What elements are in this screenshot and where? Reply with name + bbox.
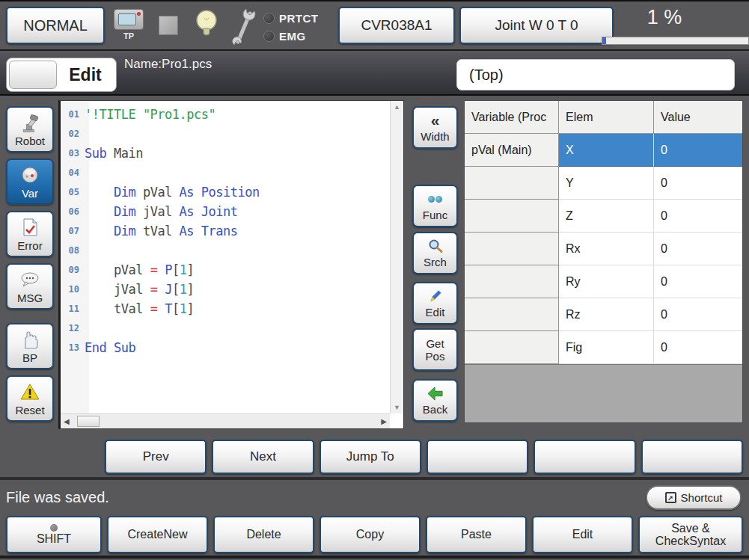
column-header-variable[interactable]: Variable (Proc [465,101,559,134]
column-header-value[interactable]: Value [654,101,742,134]
nav-button-empty-3[interactable] [427,440,528,474]
nav-button-jump-to[interactable]: Jump To [320,440,421,474]
sidebar-item-msg[interactable]: MSG [6,263,54,310]
nav-button-prev[interactable]: Prev [105,440,207,474]
code-line[interactable]: 05 Dim pVal As Position [61,182,390,202]
table-row[interactable]: Rx0 [465,233,742,265]
variable-name-cell[interactable] [465,298,559,331]
elem-cell[interactable]: Y [559,167,654,200]
value-cell[interactable]: 0 [654,200,742,233]
line-number: 11 [61,304,85,314]
code-line[interactable]: 09 pVal = P[1] [61,260,390,280]
tool-button-label: Srch [424,256,447,268]
variable-name-cell[interactable] [465,233,559,265]
robot-type-button[interactable]: CVR038A1 [338,7,455,44]
nav-button-empty-5[interactable] [641,440,743,474]
sidebar-item-var[interactable]: Var [6,159,54,205]
bottom-function-row: SHIFT CreateNew Delete Copy Paste Edit S… [0,515,749,559]
joint-mode-button[interactable]: Joint W 0 T 0 [459,7,614,44]
edit-tool-button[interactable]: Edit [412,282,458,324]
variable-name-cell[interactable] [465,331,559,364]
elem-cell[interactable]: Rz [559,298,654,331]
nav-button-next[interactable]: Next [212,440,314,474]
code-line[interactable]: 11 tVal = T[1] [61,299,390,319]
paste-button[interactable]: Paste [426,516,527,553]
scroll-left-icon[interactable]: ◀ [64,417,70,425]
sidebar-item-error[interactable]: Error [6,211,54,257]
table-row[interactable]: Rz0 [465,298,742,331]
save-checksyntax-button[interactable]: Save & CheckSyntax [638,516,743,553]
safety-indicators: PRTCT EMG [263,9,319,45]
mode-button[interactable]: NORMAL [6,7,105,44]
shortcut-button[interactable]: ↗ Shortcut [646,485,742,510]
table-row[interactable]: Fig0 [465,331,742,364]
value-cell[interactable]: 0 [654,265,742,298]
elem-cell[interactable]: Ry [559,265,654,298]
sidebar-item-label: MSG [17,292,43,304]
table-row[interactable]: Y0 [465,167,742,200]
code-line[interactable]: 03Sub Main [61,144,390,163]
chevron-double-left-icon: « [431,112,440,129]
table-row[interactable]: pVal (Main)X0 [465,134,742,167]
code-line[interactable]: 08 [61,241,390,260]
scroll-down-icon[interactable]: ▼ [391,404,403,411]
variable-name-cell[interactable] [465,200,559,233]
back-button[interactable]: Back [412,379,458,422]
code-line[interactable]: 06 Dim jVal As Joint [61,202,390,221]
scroll-up-icon[interactable]: ▲ [391,103,403,111]
delete-button[interactable]: Delete [213,516,314,553]
elem-cell[interactable]: Z [559,200,654,233]
variable-name-cell[interactable]: pVal (Main) [465,134,559,167]
create-new-button[interactable]: CreateNew [107,516,208,553]
width-button[interactable]: « Width [412,106,458,149]
teach-pendant-screen: NORMAL TP P [0,0,749,560]
sidebar-item-reset[interactable]: Reset [6,375,54,422]
variable-table: Variable (Proc Elem Value pVal (Main)X0Y… [464,100,743,423]
program-scope-field[interactable]: (Top) [456,59,735,90]
elem-cell[interactable]: X [559,134,654,167]
edit-tab[interactable]: Edit [6,58,117,92]
code-line[interactable]: 02 [61,124,390,144]
code-line[interactable]: 01'!TITLE "Pro1.pcs" [61,105,390,124]
line-number: 04 [61,167,85,178]
get-pos-button[interactable]: Get Pos [412,328,458,371]
sidebar-item-robot[interactable]: Robot [6,106,54,153]
table-row[interactable]: Z0 [465,200,742,233]
search-icon [428,238,443,254]
code-line[interactable]: 04 [61,163,390,182]
value-cell[interactable]: 0 [654,167,742,200]
tool-button-label: Width [421,130,449,143]
value-cell[interactable]: 0 [654,233,742,265]
edit-button[interactable]: Edit [532,516,633,553]
code-line[interactable]: 13End Sub [61,338,390,357]
copy-button[interactable]: Copy [320,516,421,553]
code-line[interactable]: 12 [61,319,390,338]
value-cell[interactable]: 0 [654,134,742,167]
shift-button[interactable]: SHIFT [6,516,102,553]
table-row[interactable]: Ry0 [465,265,742,298]
scrollbar-thumb[interactable] [77,416,100,427]
column-header-elem[interactable]: Elem [559,101,654,134]
tool-button-label: Back [423,403,447,416]
vertical-scrollbar[interactable]: ▲ ▼ [390,101,403,413]
variable-name-cell[interactable] [465,265,559,298]
scroll-right-icon[interactable]: ▶ [381,417,387,425]
value-cell[interactable]: 0 [654,331,742,364]
code-editor[interactable]: 01'!TITLE "Pro1.pcs"0203Sub Main0405 Dim… [58,100,404,429]
tab-blank-segment[interactable] [9,61,57,89]
sidebar-item-bp[interactable]: BP [6,323,54,369]
line-number: 05 [61,187,85,197]
value-cell[interactable]: 0 [654,298,742,331]
code-line[interactable]: 10 jVal = J[1] [61,280,390,299]
code-line[interactable]: 07 Dim tVal As Trans [61,221,390,241]
elem-cell[interactable]: Rx [559,233,654,265]
variable-name-cell[interactable] [465,167,559,200]
line-number: 02 [61,129,85,139]
horizontal-scrollbar[interactable]: ◀ ▶ [61,413,390,428]
stop-square-icon [159,16,178,35]
edit-tab-label: Edit [57,65,114,85]
elem-cell[interactable]: Fig [559,331,654,364]
func-button[interactable]: Func [412,185,458,227]
srch-button[interactable]: Srch [412,232,458,274]
nav-button-empty-4[interactable] [534,440,635,474]
